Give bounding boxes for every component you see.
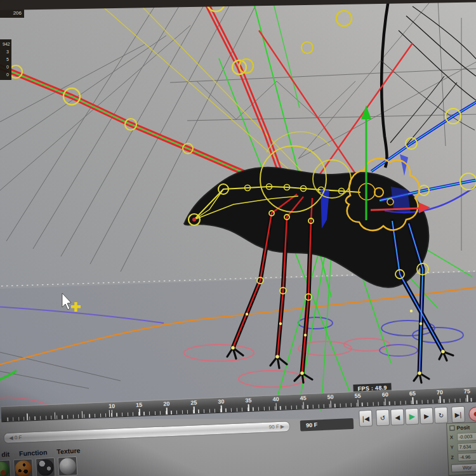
ruler-number: 45 (300, 395, 306, 401)
material-manager (0, 456, 77, 476)
range-end-label: 90 F ▶ (268, 424, 284, 430)
grid-icon (449, 425, 454, 430)
coordinates-rows: X -0.003 Y 7.634 Z -4.96 (450, 432, 476, 462)
ruler-number: 70 (437, 389, 443, 395)
axis-value-field[interactable]: -0.003 (457, 432, 476, 442)
current-frame-field[interactable]: 90 F (300, 418, 354, 432)
ruler-number: 75 (464, 388, 470, 394)
hud-stats-line: 3 (3, 48, 9, 56)
transport-glyph: ● (473, 411, 476, 417)
axis-value-field[interactable]: -4.96 (458, 453, 476, 462)
transport-glyph: ↻ (439, 412, 444, 419)
axis-label: Y (450, 444, 455, 450)
coordinate-space-button[interactable]: Wor (451, 463, 476, 473)
range-start-value: 0 F (15, 435, 22, 440)
hud-stats-line: 0 (3, 71, 9, 79)
coordinates-title: Posit (456, 424, 470, 431)
material-thumbnail[interactable] (58, 456, 78, 476)
axis-value-field[interactable]: 7.634 (457, 442, 476, 452)
coordinate-row: Z -4.96 (451, 453, 476, 462)
transport-glyph: |◀ (362, 414, 369, 421)
coordinate-row: X -0.003 (450, 432, 476, 442)
play-button[interactable]: ▶ (405, 408, 419, 425)
hud-stats-line: 942 (3, 41, 9, 48)
hud-stats-line: 5 (3, 56, 9, 63)
go-to-end-button[interactable]: ▶| (451, 406, 465, 423)
ruler-number: 30 (218, 398, 224, 404)
ruler-number: 10 (109, 403, 115, 409)
menu-item[interactable]: Function (19, 448, 48, 457)
coordinate-row: Y 7.634 (450, 442, 476, 452)
previous-frame-button[interactable]: ◀ (390, 409, 404, 426)
coordinates-header: Posit (449, 424, 476, 432)
hud-stats-box: 9423500 (0, 39, 11, 80)
menu-item[interactable]: Texture (56, 446, 81, 455)
hud-total-value: 206 (3, 10, 22, 17)
ruler-number: 65 (409, 390, 416, 397)
viewport-3d[interactable] (0, 0, 476, 419)
frame-range-slider[interactable]: ◀ 0 F 90 F ▶ (3, 421, 290, 444)
record-button[interactable]: ● (468, 406, 476, 421)
monitor-photo: ed Total 206 9423500 FPS : 48.9 10152025… (0, 0, 476, 476)
material-thumbnail[interactable] (36, 458, 56, 476)
ruler-number: 50 (327, 393, 333, 400)
transport-glyph: ◀ (395, 413, 400, 420)
ruler-number: 15 (136, 402, 142, 408)
transport-glyph: ▶| (454, 411, 462, 418)
range-start-label: ◀ 0 F (9, 435, 22, 441)
material-thumbnail[interactable] (0, 459, 11, 476)
go-to-start-button[interactable]: |◀ (359, 410, 373, 427)
next-frame-button[interactable]: ▶ (420, 407, 433, 425)
transport-glyph: ▶ (424, 413, 429, 420)
axis-label: X (450, 434, 455, 440)
ruler-number: 25 (190, 399, 197, 406)
previous-key-button[interactable]: ↺ (376, 409, 390, 426)
next-key-button[interactable]: ↻ (434, 407, 448, 424)
hud-stats-line: 0 (3, 63, 9, 71)
transport-glyph: ↺ (380, 414, 386, 421)
axis-label: Z (451, 454, 456, 460)
ruler-number: 60 (382, 392, 388, 398)
transport-glyph: ▶ (409, 412, 415, 421)
ruler-number: 55 (355, 392, 361, 399)
coordinates-panel: Posit X -0.003 Y 7.634 Z -4.96 Wor (446, 421, 476, 475)
range-end-value: 90 F (268, 424, 279, 430)
range-start-arrow-icon[interactable]: ◀ (9, 435, 13, 440)
material-thumbnail[interactable] (13, 459, 34, 476)
menu-item[interactable]: dit (1, 450, 10, 458)
ruler-number: 40 (272, 396, 279, 402)
range-end-arrow-icon[interactable]: ▶ (281, 424, 285, 430)
ruler-number: 35 (245, 397, 251, 404)
ruler-number: 20 (163, 400, 169, 407)
